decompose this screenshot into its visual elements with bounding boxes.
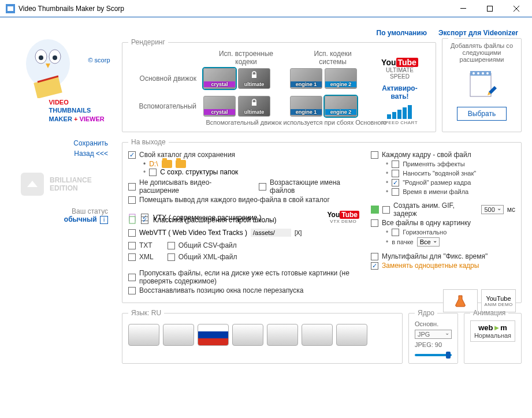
flag-uk[interactable] — [128, 324, 159, 346]
sidebar: © scorp VIDEO THUMBNAILS MAKER + VIEWER … — [6, 29, 118, 364]
webvtt-path-input[interactable] — [251, 229, 291, 237]
doc-icon — [128, 216, 136, 224]
chk-webvtt[interactable] — [128, 229, 136, 237]
chk-no-append-ext[interactable] — [128, 183, 136, 191]
output-legend: На выходе — [128, 138, 169, 146]
helper-engine-label: Вспомогательный — [128, 102, 203, 110]
jpeg-quality-slider[interactable] — [415, 354, 452, 356]
svg-rect-1 — [8, 6, 13, 11]
notepad-icon — [463, 69, 500, 101]
chk-classic[interactable] — [141, 217, 148, 224]
tab-default[interactable]: По умолчанию — [377, 29, 427, 37]
format-select[interactable]: JPG — [415, 330, 452, 339]
svg-point-15 — [477, 72, 479, 74]
app-icon — [6, 4, 15, 13]
codec-engine1-main[interactable]: engine 1 — [290, 68, 322, 89]
svg-point-8 — [53, 55, 57, 60]
chk-watermark[interactable] — [392, 170, 399, 177]
codec-ultimate-main[interactable]: ultimate — [238, 68, 270, 89]
chk-xml-all[interactable] — [168, 253, 175, 261]
chk-native-size[interactable] — [392, 179, 399, 186]
gif-icon — [371, 206, 379, 214]
chk-time-in-name[interactable] — [392, 188, 399, 196]
tab-export-videonizer[interactable]: Экспорт для Videonizer — [438, 29, 518, 37]
chk-per-frame-file[interactable] — [371, 151, 378, 159]
flag-by[interactable] — [232, 324, 263, 346]
chk-keep-structure[interactable] — [149, 169, 157, 176]
save-link[interactable]: Сохранить — [6, 138, 108, 148]
youtube-ultimate-speed[interactable]: YouTube ULTIMATE SPEED — [375, 58, 424, 80]
svg-point-16 — [482, 72, 484, 74]
chk-txt[interactable] — [128, 242, 136, 249]
svg-rect-12 — [470, 73, 491, 96]
chk-replace-monochrome[interactable] — [371, 262, 378, 270]
flag-de[interactable] — [163, 324, 194, 346]
clear-webvtt-button[interactable]: [X] — [295, 230, 302, 236]
chk-skip-existing[interactable] — [128, 274, 136, 281]
choose-extensions-button[interactable]: Выбрать — [457, 107, 507, 121]
flag-it[interactable] — [302, 324, 333, 346]
svg-rect-2 — [460, 8, 466, 9]
info-icon[interactable]: i — [100, 216, 108, 224]
jpeg-quality-label: JPEG: 90 — [415, 341, 452, 348]
chk-restore-window[interactable] — [128, 287, 136, 294]
chk-all-one-picture[interactable] — [371, 219, 378, 227]
chk-animated-gif[interactable] — [382, 206, 390, 214]
beaker-icon — [455, 294, 466, 307]
codec-ultimate-helper[interactable]: ultimate — [238, 96, 270, 117]
svg-point-14 — [473, 72, 475, 74]
minimize-button[interactable] — [450, 0, 477, 17]
core-group: Ядро Основн. JPG JPEG: 90 — [408, 309, 458, 364]
codec-engine2-main[interactable]: engine 2 — [325, 68, 357, 89]
svg-rect-20 — [371, 206, 379, 214]
flag-ru[interactable] — [198, 324, 229, 346]
chk-xml[interactable] — [128, 253, 136, 261]
rendering-legend: Рендеринг — [128, 38, 168, 46]
chk-per-video-folder[interactable] — [128, 196, 136, 204]
close-button[interactable] — [503, 0, 530, 17]
maximize-button[interactable] — [477, 0, 503, 17]
speed-chart-link[interactable]: SPEED CHART — [382, 105, 418, 125]
pack-select[interactable]: Все — [417, 237, 440, 247]
rendering-group: Рендеринг Исп. встроенные кодеки Исп. ко… — [122, 38, 436, 132]
browse-folder-icon[interactable] — [162, 160, 172, 168]
export-description: Добавлять файлы со следующими расширения… — [448, 42, 515, 63]
webm-button[interactable]: web►m Нормальная — [470, 320, 515, 342]
youtube-vtx-demo[interactable]: YouTube VTX DEMO — [327, 211, 359, 224]
codec-crystal-helper[interactable]: crystal — [203, 96, 236, 117]
brand-text: VIDEO THUMBNAILS MAKER + VIEWER — [49, 98, 113, 123]
save-path: D:\ — [149, 160, 158, 168]
scorp-credit: © scorp — [88, 57, 110, 64]
chk-growing-names[interactable] — [259, 183, 266, 191]
activate-link[interactable]: Активиро- вать! — [382, 84, 417, 100]
main-engine-label: Основной движок — [128, 74, 203, 83]
flag-tr[interactable] — [336, 324, 367, 346]
svg-rect-3 — [488, 6, 493, 11]
svg-rect-11 — [252, 102, 256, 106]
titlebar: Video Thumbnails Maker by Scorp — [0, 0, 532, 17]
brilliance-label: BRILLIANCEEDITION — [50, 176, 92, 193]
export-group: Добавлять файлы со следующими расширения… — [442, 38, 522, 132]
window-title: Video Thumbnails Maker by Scorp — [18, 5, 450, 13]
codec-engine2-helper[interactable]: engine 2 — [325, 96, 357, 117]
status-label: Ваш статус — [6, 207, 108, 215]
codec-engine1-helper[interactable]: engine 1 — [290, 96, 322, 117]
chk-own-folder[interactable] — [128, 151, 136, 159]
chk-multifiles[interactable] — [371, 253, 378, 260]
chk-horizontal[interactable] — [392, 229, 399, 236]
codec-crystal-main[interactable]: crystal — [203, 68, 236, 89]
svg-point-7 — [39, 55, 43, 60]
back-link[interactable]: Назад <<< — [6, 148, 108, 159]
flag-fr[interactable] — [267, 324, 298, 346]
status-value: обычный — [64, 215, 97, 223]
gif-delay-select[interactable]: 500 — [481, 205, 503, 214]
chk-csv-all[interactable] — [168, 242, 175, 249]
open-folder-icon[interactable] — [176, 160, 186, 168]
svg-point-17 — [486, 72, 489, 74]
output-group: На выходе Свой каталог для сохранения • … — [122, 138, 522, 303]
chk-apply-effects[interactable] — [392, 161, 399, 168]
brilliance-icon[interactable] — [21, 173, 44, 196]
lock-icon — [250, 71, 258, 79]
core-legend: Ядро — [415, 309, 437, 317]
animation-group: Анимация web►m Нормальная — [464, 309, 522, 364]
